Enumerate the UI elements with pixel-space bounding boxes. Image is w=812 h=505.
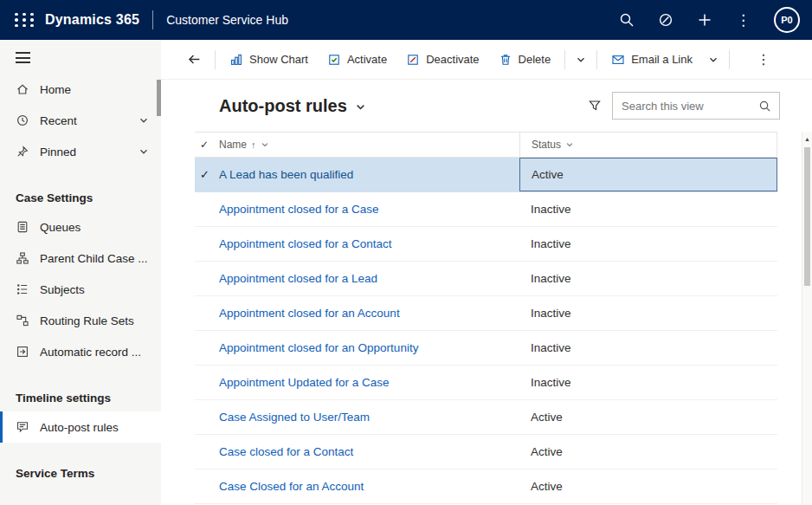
- sidebar-item-routing-rule-sets[interactable]: Routing Rule Sets: [0, 305, 161, 336]
- sidebar-item-pinned[interactable]: Pinned: [0, 136, 161, 167]
- rule-status-cell[interactable]: Active: [519, 400, 777, 434]
- grid-header-row: ✓ Name ↑ Status: [195, 132, 777, 158]
- rule-name-link[interactable]: Case closed for a Contact: [219, 445, 519, 458]
- scrollbar-up-arrow-icon[interactable]: ▲: [802, 132, 812, 146]
- table-row[interactable]: Appointment closed for an Account Inacti…: [195, 296, 777, 331]
- rule-name-link[interactable]: Case Closed for an Account: [219, 480, 519, 493]
- sidebar-item-parent-child-case[interactable]: Parent Child Case ...: [0, 243, 161, 274]
- waffle-icon[interactable]: [14, 10, 35, 30]
- sidebar-item-queues[interactable]: Queues: [0, 211, 161, 243]
- search-view-icon[interactable]: [758, 100, 771, 113]
- chevron-down-icon[interactable]: [139, 115, 149, 126]
- envelope-icon: [611, 53, 625, 67]
- show-chart-button[interactable]: Show Chart: [220, 40, 318, 79]
- search-icon[interactable]: [619, 12, 635, 28]
- delete-label: Delete: [519, 53, 551, 66]
- email-split-chevron-icon[interactable]: [702, 55, 725, 65]
- filter-funnel-icon[interactable]: [588, 99, 602, 113]
- activate-button[interactable]: Activate: [318, 40, 396, 79]
- column-header-name[interactable]: Name ↑: [219, 133, 519, 157]
- sidebar-item-label: Subjects: [40, 283, 85, 296]
- hamburger-icon[interactable]: [16, 52, 31, 63]
- row-selected-check-icon[interactable]: ✓: [195, 168, 219, 181]
- sidebar-item-label: Home: [40, 83, 71, 96]
- auto-post-rules-icon: [16, 420, 29, 434]
- deactivate-label: Deactivate: [426, 53, 479, 66]
- table-row[interactable]: Appointment closed for a Case Inactive: [195, 192, 777, 227]
- rule-status-cell[interactable]: Inactive: [519, 331, 777, 365]
- rule-name-link[interactable]: Case Assigned to User/Team: [219, 411, 519, 424]
- sidebar-nav: Home Recent Pinned: [0, 74, 161, 487]
- table-row[interactable]: Appointment closed for a Lead Inactive: [195, 262, 777, 296]
- sidebar-item-label: Pinned: [40, 146, 76, 159]
- back-button[interactable]: [178, 52, 210, 67]
- rule-status-cell[interactable]: Inactive: [519, 192, 777, 226]
- rule-name-link[interactable]: Appointment closed for an Account: [219, 307, 519, 320]
- rule-name-link[interactable]: Appointment Updated for a Case: [219, 376, 519, 389]
- table-row[interactable]: Appointment Updated for a Case Inactive: [195, 366, 777, 400]
- sidebar-item-label: Auto-post rules: [40, 421, 119, 434]
- sidebar-item-auto-post-rules[interactable]: Auto-post rules: [0, 411, 161, 443]
- routing-icon: [16, 314, 29, 327]
- rule-name-link[interactable]: Appointment closed for an Opportunity: [219, 341, 519, 354]
- column-header-status[interactable]: Status: [519, 133, 777, 157]
- sidebar-item-home[interactable]: Home: [0, 74, 161, 105]
- deactivate-button[interactable]: Deactivate: [396, 40, 488, 79]
- view-search-box: [612, 92, 780, 120]
- scrollbar-thumb[interactable]: [804, 147, 810, 286]
- column-menu-chevron-icon[interactable]: [261, 140, 269, 149]
- table-row[interactable]: Case Closed for an Account Active: [195, 469, 777, 504]
- rule-status-cell[interactable]: Active: [519, 435, 777, 469]
- compass-icon[interactable]: [658, 12, 673, 28]
- app-title[interactable]: Dynamics 365: [45, 12, 139, 28]
- rule-status-cell[interactable]: Inactive: [519, 366, 777, 399]
- email-a-link-button[interactable]: Email a Link: [602, 40, 702, 79]
- search-input[interactable]: [622, 100, 758, 113]
- activate-label: Activate: [347, 53, 387, 66]
- grid-scrollbar[interactable]: ▲: [802, 132, 812, 505]
- rule-status-cell[interactable]: Inactive: [519, 296, 777, 330]
- rule-name-link[interactable]: Appointment closed for a Contact: [219, 237, 519, 250]
- rule-name-link[interactable]: Appointment closed for a Case: [219, 203, 519, 216]
- sidebar-group-case-settings: Case Settings: [0, 191, 161, 211]
- table-row[interactable]: Case closed for a Contact Active: [195, 435, 777, 469]
- rule-status-cell[interactable]: Active: [519, 158, 777, 191]
- select-all-check-icon[interactable]: ✓: [195, 133, 219, 157]
- view-selector[interactable]: Auto-post rules: [219, 96, 366, 116]
- show-chart-label: Show Chart: [249, 53, 308, 66]
- table-row[interactable]: Case Assigned to User/Team Active: [195, 400, 777, 435]
- sidebar-item-label: Routing Rule Sets: [40, 314, 134, 327]
- table-row[interactable]: Appointment closed for an Opportunity In…: [195, 331, 777, 366]
- hub-title[interactable]: Customer Service Hub: [166, 13, 288, 27]
- chevron-down-icon[interactable]: [139, 146, 149, 157]
- sidebar-group-service-terms: Service Terms: [0, 467, 161, 487]
- command-bar-divider: [215, 50, 216, 69]
- delete-button[interactable]: Delete: [489, 40, 561, 79]
- delete-split-chevron-icon[interactable]: [570, 55, 592, 65]
- rule-status-cell[interactable]: Inactive: [519, 262, 777, 295]
- sidebar-item-recent[interactable]: Recent: [0, 105, 161, 136]
- topbar-divider: [152, 10, 153, 29]
- pin-icon: [16, 145, 29, 159]
- chart-icon: [229, 53, 243, 67]
- table-row[interactable]: ✓ A Lead has been qualified Active: [195, 158, 777, 192]
- topbar-actions: ⋮ P0: [619, 7, 802, 33]
- avatar[interactable]: P0: [774, 7, 800, 33]
- table-row[interactable]: Appointment closed for a Contact Inactiv…: [195, 227, 777, 262]
- sidebar-item-subjects[interactable]: Subjects: [0, 274, 161, 305]
- sort-ascending-icon: ↑: [251, 139, 256, 150]
- deactivate-icon: [406, 53, 420, 67]
- sidebar-item-automatic-record[interactable]: Automatic record ...: [0, 336, 161, 367]
- view-header: Auto-post rules: [161, 80, 812, 132]
- command-bar-overflow-icon[interactable]: ⋮: [757, 51, 770, 68]
- rule-name-link[interactable]: Appointment closed for a Lead: [219, 272, 519, 285]
- rule-status-cell[interactable]: Inactive: [519, 227, 777, 261]
- sidebar-item-label: Queues: [40, 221, 81, 234]
- column-menu-chevron-icon[interactable]: [565, 140, 574, 149]
- more-options-icon[interactable]: ⋮: [736, 13, 751, 28]
- sidebar: Home Recent Pinned: [0, 40, 161, 505]
- rule-status-cell[interactable]: Active: [519, 469, 777, 503]
- plus-icon[interactable]: [697, 12, 712, 28]
- rule-name-link[interactable]: A Lead has been qualified: [219, 168, 519, 181]
- sidebar-item-label: Parent Child Case ...: [40, 252, 148, 265]
